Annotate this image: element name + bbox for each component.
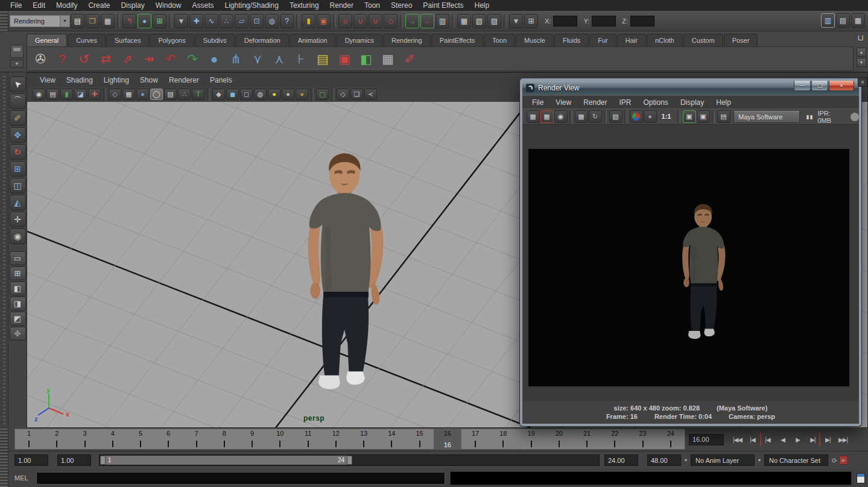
- camera-track-icon[interactable]: ⇄: [95, 48, 116, 69]
- ik-handle-icon[interactable]: ⋎: [247, 48, 268, 69]
- tab-animation[interactable]: Animation: [290, 34, 336, 46]
- soft-modification-tool-button[interactable]: ◭: [10, 195, 26, 210]
- move-tool-button[interactable]: ✥: [10, 127, 26, 143]
- camera-fly-icon[interactable]: ↠: [139, 48, 159, 69]
- range-end-handle[interactable]: [347, 456, 352, 465]
- range-slider-track[interactable]: 1 24: [99, 454, 600, 466]
- film-gate-icon[interactable]: ▦: [122, 89, 135, 100]
- timeline-frame-16[interactable]: 1616: [434, 429, 461, 449]
- rendered-image[interactable]: [528, 149, 849, 386]
- playback-start-field[interactable]: [57, 454, 91, 466]
- tab-deformation[interactable]: Deformation: [236, 34, 289, 46]
- timeline-frame-15[interactable]: 15: [406, 429, 434, 449]
- timeline-frame-6[interactable]: 6: [154, 429, 182, 449]
- snap-grid-icon[interactable]: ✚: [189, 14, 203, 28]
- select-object-icon[interactable]: ●: [138, 14, 151, 28]
- animation-end-field[interactable]: [647, 454, 681, 466]
- time-slider-drag-handle[interactable]: [0, 428, 8, 451]
- ipr-render-icon[interactable]: ▧: [472, 14, 486, 28]
- region-render-icon[interactable]: ▧: [609, 110, 622, 123]
- tab-fur[interactable]: Fur: [589, 34, 616, 46]
- shelf-menu-toggle[interactable]: [10, 45, 24, 58]
- tab-rendering[interactable]: Rendering: [383, 34, 431, 46]
- panels-menu-item[interactable]: Panels: [204, 75, 238, 86]
- xray-mode-icon[interactable]: ▨: [164, 89, 177, 100]
- construction-history-icon[interactable]: ▥: [436, 14, 449, 28]
- current-time-field[interactable]: [689, 434, 724, 445]
- shading-menu-item[interactable]: Shading: [61, 75, 98, 86]
- new-scene-icon[interactable]: ▤: [71, 14, 84, 28]
- timeline-frame-18[interactable]: 18: [489, 429, 517, 449]
- camera-attributes-icon[interactable]: ▤: [46, 89, 59, 100]
- snap-curve-icon[interactable]: ∿: [204, 14, 218, 28]
- timeline-frame-13[interactable]: 13: [350, 429, 378, 449]
- timeline-frame-22[interactable]: 22: [601, 429, 629, 449]
- z-coordinate-input[interactable]: [630, 16, 654, 27]
- stereo-menu-item[interactable]: Stereo: [385, 0, 417, 11]
- tab-muscle[interactable]: Muscle: [516, 34, 554, 46]
- select-region-icon[interactable]: ▢: [316, 89, 329, 100]
- toolbar-drag-handle[interactable]: [0, 11, 8, 31]
- play-backwards-button[interactable]: ◀: [775, 433, 790, 446]
- shelf-scroll-up-icon[interactable]: ▲: [857, 48, 866, 57]
- view-menu-item[interactable]: View: [34, 75, 61, 86]
- panel-close-icon[interactable]: ×: [858, 77, 867, 87]
- show-attribute-editor-icon[interactable]: ▥: [821, 13, 835, 28]
- absolute-transform-icon[interactable]: ⊞: [524, 14, 538, 28]
- tab-painteffects[interactable]: PaintEffects: [431, 34, 484, 46]
- timeline-frame-7[interactable]: 7: [183, 429, 211, 449]
- snap-magnet-point-icon[interactable]: ∪: [369, 14, 382, 28]
- step-forward-key-button[interactable]: ▶|: [805, 433, 820, 446]
- create-menu-item[interactable]: Create: [83, 0, 115, 11]
- timeline-frame-9[interactable]: 9: [238, 429, 266, 449]
- timeline-frame-14[interactable]: 14: [378, 429, 405, 449]
- set-key-icon[interactable]: O-: [832, 457, 837, 463]
- animation-start-field[interactable]: [14, 454, 48, 466]
- renderer-selector[interactable]: Maya Software: [733, 111, 800, 123]
- timeline-frame-4[interactable]: 4: [99, 429, 127, 449]
- transparent-cube-icon[interactable]: ◻: [240, 89, 253, 100]
- paint-effects-menu-item[interactable]: Paint Effects: [417, 0, 469, 11]
- rotate-tool-button[interactable]: ↻: [10, 144, 26, 160]
- layered-display-icon[interactable]: ❏: [350, 89, 363, 100]
- default-material-icon[interactable]: ◆: [212, 89, 225, 100]
- toon-menu-item[interactable]: Toon: [359, 0, 385, 11]
- timeline-frame-21[interactable]: 21: [573, 429, 601, 449]
- camera-dolly-icon[interactable]: ⇗: [117, 48, 138, 69]
- timeline-frame-10[interactable]: 10: [266, 429, 294, 449]
- tab-custom[interactable]: Custom: [683, 34, 723, 46]
- step-forward-frame-button[interactable]: ▶|: [820, 433, 835, 446]
- film-reel-icon[interactable]: ✇: [30, 48, 51, 69]
- edit-menu-item[interactable]: Edit: [27, 0, 51, 11]
- timeline-frame-8[interactable]: 8: [211, 429, 238, 449]
- tab-poser[interactable]: Poser: [724, 34, 758, 46]
- universal-manipulator-button[interactable]: ◫: [10, 178, 26, 193]
- timeline-frame-11[interactable]: 11: [294, 429, 322, 449]
- character-set-selector[interactable]: No Character Set: [764, 454, 828, 466]
- select-tool-button[interactable]: ➤: [10, 77, 26, 92]
- render-settings-icon[interactable]: ▨: [487, 14, 501, 28]
- renderer-menu-item[interactable]: Renderer: [163, 75, 204, 86]
- tab-fluids[interactable]: Fluids: [554, 34, 589, 46]
- output-connections-icon[interactable]: ←: [420, 14, 434, 28]
- modify-menu-item[interactable]: Modify: [51, 0, 83, 11]
- ipr-menu-item[interactable]: IPR: [613, 97, 638, 108]
- show-menu-item[interactable]: Show: [135, 75, 163, 86]
- textured-cube-icon[interactable]: ◼: [226, 89, 239, 100]
- snap-magnet-curve-icon[interactable]: ∪: [353, 14, 367, 28]
- lasso-tool-button[interactable]: ⌒: [10, 93, 26, 109]
- trash-icon[interactable]: ⊔: [858, 33, 864, 42]
- show-tool-settings-icon[interactable]: ▤: [836, 13, 850, 28]
- persp-graph-layout-button[interactable]: ◩: [10, 312, 26, 325]
- command-line-input[interactable]: [36, 472, 445, 485]
- tab-hair[interactable]: Hair: [617, 34, 646, 46]
- snap-plane-icon[interactable]: ▱: [235, 14, 249, 28]
- character-set-dropdown-arrow[interactable]: ▼: [755, 458, 764, 462]
- timeline-frame-3[interactable]: 3: [71, 429, 99, 449]
- redo-previous-render-icon[interactable]: ▦: [540, 110, 554, 123]
- undo-icon[interactable]: ↶: [160, 48, 181, 69]
- vertex-mode-icon[interactable]: ∴: [178, 89, 191, 100]
- texturing-menu-item[interactable]: Texturing: [284, 0, 325, 11]
- command-line-mode-label[interactable]: MEL: [14, 474, 36, 482]
- highlight-selection-icon[interactable]: ▣: [317, 14, 331, 28]
